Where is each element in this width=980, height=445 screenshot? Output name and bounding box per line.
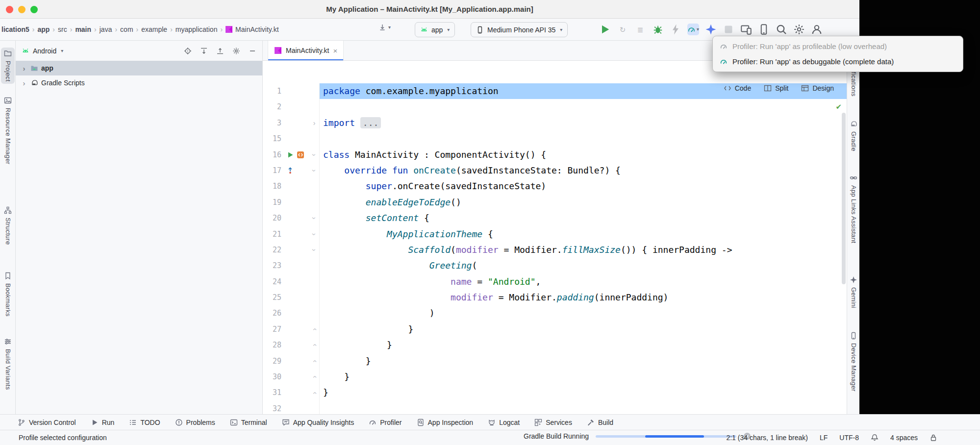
account-button[interactable] <box>811 24 823 35</box>
code-line[interactable]: 20› setContent { <box>263 210 847 226</box>
breadcrumb-item[interactable]: main <box>75 25 92 33</box>
breadcrumb-item[interactable]: lication5 <box>1 25 30 33</box>
toolwindow-app-inspection[interactable]: App Inspection <box>417 419 474 426</box>
code-text[interactable]: modifier = Modifier.padding(innerPadding… <box>320 290 847 305</box>
code-text[interactable]: override fun onCreate(savedInstanceState… <box>320 163 847 178</box>
code-text[interactable]: } <box>320 337 847 353</box>
device-selector[interactable]: Medium Phone API 35 ▾ <box>471 22 568 37</box>
expand-all-button[interactable] <box>200 47 208 55</box>
toolwindow-gemini[interactable]: Gemini <box>848 274 859 310</box>
toolwindow-services[interactable]: Services <box>534 419 572 426</box>
code-text[interactable]: Scaffold(modifier = Modifier.fillMaxSize… <box>320 242 847 258</box>
code-text[interactable] <box>320 99 847 115</box>
status-message[interactable]: Profile selected configuration <box>19 434 107 442</box>
close-window-button[interactable] <box>6 6 13 13</box>
code-text[interactable]: import ... <box>320 115 847 131</box>
gemini-button[interactable] <box>705 24 717 35</box>
code-text[interactable]: name = "Android", <box>320 274 847 290</box>
panel-settings-button[interactable] <box>232 47 240 55</box>
project-tree-item[interactable]: › app <box>16 61 262 75</box>
fold-marker[interactable]: › <box>310 150 318 159</box>
fold-marker[interactable]: › <box>310 230 318 239</box>
code-text[interactable]: setContent { <box>320 210 847 226</box>
toolwindow-device-manager[interactable]: Device Manager <box>848 330 859 394</box>
editor-code[interactable]: 1package com.example.myapplication23›imp… <box>263 61 847 414</box>
breadcrumb-item[interactable]: myapplication <box>175 25 218 33</box>
settings-button[interactable] <box>793 24 805 35</box>
code-text[interactable]: Greeting( <box>320 258 847 273</box>
toolwindow-build[interactable]: Build <box>587 419 613 426</box>
profiler-menu-item[interactable]: Profiler: Run 'app' as debuggable (compl… <box>713 54 963 69</box>
code-line[interactable]: 29› } <box>263 353 847 369</box>
notifications-icon[interactable] <box>871 434 879 442</box>
code-text[interactable] <box>320 131 847 147</box>
indent-widget[interactable]: 4 spaces <box>890 434 918 442</box>
fold-marker[interactable]: › <box>310 214 318 222</box>
profiler-button[interactable]: ▾ <box>687 24 699 35</box>
toolwindow-terminal[interactable]: Terminal <box>230 419 267 426</box>
hide-panel-button[interactable] <box>249 47 256 55</box>
breadcrumb-item[interactable]: app <box>37 25 50 33</box>
code-line[interactable]: 27› } <box>263 321 847 337</box>
code-line[interactable]: 18 super.onCreate(savedInstanceState) <box>263 178 847 194</box>
code-line[interactable]: 30› } <box>263 369 847 385</box>
toolwindow-logcat[interactable]: Logcat <box>488 419 520 426</box>
line-ending-widget[interactable]: LF <box>820 434 828 442</box>
breadcrumb-item[interactable]: com <box>120 25 133 33</box>
code-text[interactable] <box>320 401 847 414</box>
code-text[interactable]: MyApplicationTheme { <box>320 226 847 242</box>
attach-debugger-button[interactable] <box>670 24 681 35</box>
code-line[interactable]: 31›} <box>263 385 847 400</box>
fold-marker[interactable]: › <box>310 357 318 366</box>
toolwindow-profiler[interactable]: Profiler <box>369 419 402 426</box>
code-line[interactable]: 15 <box>263 131 847 147</box>
editor-scrollbar[interactable] <box>842 113 846 284</box>
toolwindow-problems[interactable]: Problems <box>175 419 215 426</box>
activity-gutter-icon[interactable] <box>297 151 304 159</box>
code-line[interactable]: 19 enableEdgeToEdge() <box>263 195 847 210</box>
code-text[interactable]: } <box>320 369 847 385</box>
code-line[interactable]: 16›class MainActivity : ComponentActivit… <box>263 147 847 163</box>
toolwindow-run[interactable]: Run <box>91 419 115 426</box>
toolwindow-resource-manager[interactable]: Resource Manager <box>1 95 15 166</box>
code-text[interactable]: } <box>320 353 847 369</box>
readonly-lock-icon[interactable] <box>930 434 937 442</box>
caret-position-widget[interactable]: 2:1 (34 chars, 1 line break) <box>726 434 808 442</box>
code-text[interactable]: } <box>320 321 847 337</box>
close-tab-icon[interactable]: × <box>333 47 337 54</box>
fold-marker[interactable]: › <box>310 389 318 397</box>
toolwindow-project[interactable]: Project <box>1 48 15 84</box>
design-mode-button[interactable]: Design <box>801 84 834 92</box>
breadcrumb-item[interactable]: example <box>141 25 168 33</box>
inspections-ok-icon[interactable]: ✔ <box>835 103 842 110</box>
vcs-widget[interactable]: ▾ <box>378 24 391 31</box>
fold-marker[interactable]: › <box>310 341 318 349</box>
run-button[interactable] <box>599 24 611 35</box>
code-line[interactable]: 22› Scaffold(modifier = Modifier.fillMax… <box>263 242 847 258</box>
override-gutter-icon[interactable] <box>286 167 294 174</box>
toolwindow-build-variants[interactable]: Build Variants <box>1 336 15 392</box>
collapse-all-button[interactable] <box>216 47 224 55</box>
running-devices-button[interactable] <box>740 24 752 35</box>
code-line[interactable]: 17› override fun onCreate(savedInstanceS… <box>263 163 847 178</box>
fold-marker[interactable]: › <box>310 325 318 334</box>
code-line[interactable]: 26 ) <box>263 305 847 321</box>
code-text[interactable]: class MainActivity : ComponentActivity()… <box>320 147 847 163</box>
expand-chevron-icon[interactable]: › <box>21 64 27 73</box>
apply-changes-button[interactable]: ↻ <box>617 24 628 35</box>
code-text[interactable]: } <box>320 385 847 400</box>
toolwindow-app-links-assistant[interactable]: App Links Assistant <box>848 172 859 245</box>
fold-marker[interactable]: › <box>310 246 318 254</box>
locate-file-button[interactable] <box>184 47 192 55</box>
code-line[interactable]: 28› } <box>263 337 847 353</box>
tab-mainactivity[interactable]: MainActivity.kt × <box>268 41 344 60</box>
encoding-widget[interactable]: UTF-8 <box>839 434 859 442</box>
code-mode-button[interactable]: Code <box>724 84 751 92</box>
code-line[interactable]: 24 name = "Android", <box>263 274 847 290</box>
code-line[interactable]: 25 modifier = Modifier.padding(innerPadd… <box>263 290 847 305</box>
stop-button[interactable] <box>723 24 734 35</box>
toolwindow-structure[interactable]: Structure <box>1 204 15 247</box>
run-gutter-icon[interactable] <box>286 151 294 159</box>
profiler-menu-item[interactable]: Profiler: Run 'app' as profileable (low … <box>713 39 963 54</box>
toolwindow-gradle[interactable]: Gradle <box>848 118 859 153</box>
